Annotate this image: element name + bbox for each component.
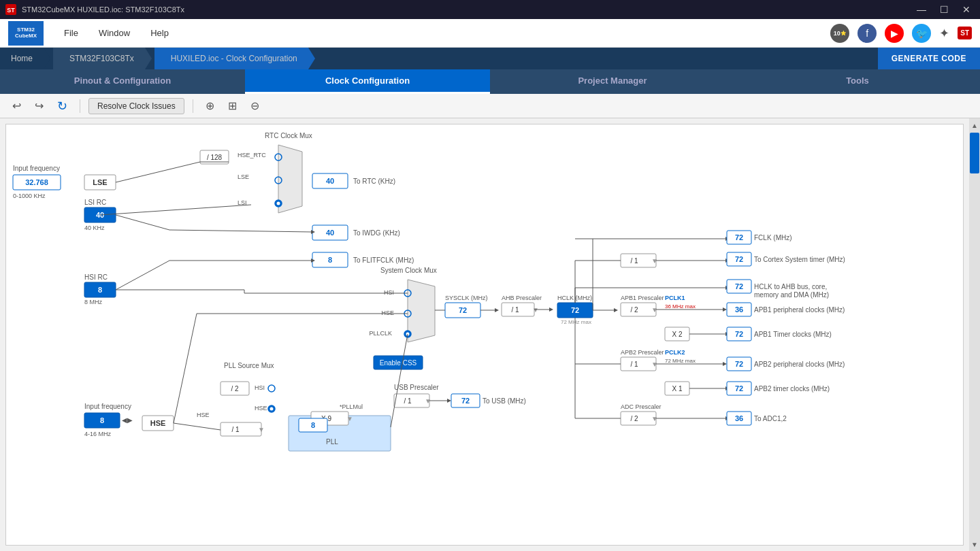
facebook-icon[interactable]: f — [858, 24, 877, 43]
svg-text:PCLK2: PCLK2 — [665, 349, 685, 356]
svg-text:X 1: X 1 — [672, 385, 682, 393]
zoom-out-button[interactable]: ⊖ — [246, 97, 263, 115]
svg-text:LSE: LSE — [93, 178, 107, 186]
tabbar: Pinout & Configuration Clock Configurati… — [0, 69, 980, 94]
resolve-clock-button[interactable]: Resolve Clock Issues — [88, 98, 184, 114]
menu-help[interactable]: Help — [150, 28, 169, 38]
svg-marker-47 — [549, 307, 553, 312]
breadcrumb-device[interactable]: STM32F103C8Tx — [53, 48, 145, 69]
svg-text:8: 8 — [98, 286, 102, 294]
svg-text:HSE: HSE — [150, 419, 166, 427]
toolbar-separator — [80, 99, 80, 113]
svg-text:To FLITFCLK (MHz): To FLITFCLK (MHz) — [353, 256, 414, 264]
svg-text:/ 128: / 128 — [207, 154, 223, 161]
twitter-icon[interactable]: 🐦 — [912, 24, 931, 43]
menu-window[interactable]: Window — [99, 28, 130, 38]
svg-text:72: 72 — [735, 282, 743, 290]
svg-text:/ 1: / 1 — [511, 306, 519, 314]
svg-text:To Cortex System timer (MHz): To Cortex System timer (MHz) — [754, 256, 845, 263]
scroll-thumb[interactable] — [970, 133, 979, 173]
svg-line-162 — [116, 162, 200, 182]
svg-text:HCLK to AHB bus, core,: HCLK to AHB bus, core, — [754, 283, 827, 290]
svg-text:72: 72 — [735, 384, 743, 393]
toolbar-separator2 — [193, 99, 193, 113]
input-freq-label1: Input frequency — [13, 165, 60, 172]
generate-code-button[interactable]: GENERATE CODE — [878, 48, 980, 69]
app-icon: ST — [5, 4, 16, 15]
scrollbar[interactable]: ▲ ▼ — [969, 118, 980, 551]
svg-text:/ 1: / 1 — [231, 426, 240, 433]
svg-text:PCLK1: PCLK1 — [665, 295, 685, 301]
menu-items: File Window Help — [64, 28, 830, 38]
tab-clock[interactable]: Clock Configuration — [245, 69, 490, 94]
svg-text:To IWDG (KHz): To IWDG (KHz) — [353, 229, 400, 237]
badge-icon: 10⭐ — [830, 24, 849, 43]
svg-text:8 MHz: 8 MHz — [84, 299, 103, 305]
svg-text:8: 8 — [100, 416, 104, 424]
svg-line-166 — [169, 230, 312, 232]
redo-button[interactable]: ↪ — [31, 97, 48, 115]
svg-text:APB2 Prescaler: APB2 Prescaler — [621, 349, 664, 356]
svg-text:ADC Prescaler: ADC Prescaler — [621, 403, 662, 410]
svg-text:40: 40 — [326, 229, 334, 237]
svg-text:72: 72 — [735, 330, 743, 338]
svg-text:APB2 timer clocks (MHz): APB2 timer clocks (MHz) — [754, 385, 830, 393]
tab-pinout[interactable]: Pinout & Configuration — [0, 69, 245, 94]
svg-text:LSI RC: LSI RC — [84, 199, 106, 206]
svg-marker-61 — [723, 307, 727, 312]
svg-text:PLLCLK: PLLCLK — [369, 330, 392, 337]
logo: STM32 CubeMX — [8, 21, 44, 46]
youtube-icon[interactable]: ▶ — [885, 24, 904, 43]
svg-text:APB1 Timer clocks (MHz): APB1 Timer clocks (MHz) — [754, 331, 832, 338]
close-button[interactable]: ✕ — [958, 4, 975, 15]
minimize-button[interactable]: — — [913, 4, 930, 15]
tab-project[interactable]: Project Manager — [490, 69, 735, 94]
breadcrumb-current[interactable]: HUXILED.ioc - Clock Configuration — [154, 48, 308, 69]
svg-line-165 — [116, 215, 169, 230]
svg-text:X 2: X 2 — [672, 331, 682, 338]
star-icon: ✦ — [939, 26, 949, 41]
svg-text:/ 2: / 2 — [630, 415, 638, 422]
fit-button[interactable]: ⊞ — [224, 97, 241, 115]
breadcrumb-home[interactable]: Home — [0, 48, 44, 69]
svg-text:72: 72 — [735, 360, 743, 368]
svg-text:8: 8 — [328, 256, 332, 264]
svg-text:HSI: HSI — [255, 384, 265, 391]
svg-text:72 MHz max: 72 MHz max — [665, 358, 696, 364]
zoom-in-button[interactable]: ⊕ — [201, 97, 218, 115]
svg-text:40: 40 — [326, 177, 334, 185]
svg-text:HSE: HSE — [255, 405, 267, 412]
svg-text:/ 2: / 2 — [630, 306, 638, 314]
svg-text:HSE_RTC: HSE_RTC — [238, 152, 266, 158]
svg-text:ST: ST — [7, 7, 15, 14]
maximize-button[interactable]: ☐ — [936, 4, 953, 15]
svg-text:HSE: HSE — [197, 412, 210, 418]
rtc-mux-label: RTC Clock Mux — [265, 132, 312, 139]
svg-text:◀▶: ◀▶ — [122, 416, 133, 424]
svg-text:AHB Prescaler: AHB Prescaler — [502, 295, 542, 301]
svg-text:USB Prescaler: USB Prescaler — [394, 384, 439, 391]
undo-button[interactable]: ↩ — [8, 97, 25, 115]
svg-text:72 MHz max: 72 MHz max — [561, 319, 591, 325]
svg-text:/ 1: / 1 — [630, 361, 638, 368]
svg-point-130 — [270, 407, 274, 411]
svg-marker-158 — [447, 399, 451, 403]
menu-file[interactable]: File — [64, 28, 78, 38]
breadcrumb: Home STM32F103C8Tx HUXILED.ioc - Clock C… — [0, 48, 980, 69]
svg-text:APB2 peripheral clocks (MHz): APB2 peripheral clocks (MHz) — [754, 361, 845, 368]
toolbar: ↩ ↪ ↻ Resolve Clock Issues ⊕ ⊞ ⊖ — [0, 94, 980, 118]
svg-point-128 — [268, 385, 275, 392]
svg-text:*PLLMul: *PLLMul — [340, 403, 363, 410]
window-title: STM32CubeMX HUXILED.ioc: STM32F103C8Tx — [22, 5, 913, 14]
svg-text:SYSCLK (MHz): SYSCLK (MHz) — [445, 295, 488, 301]
tab-tools[interactable]: Tools — [735, 69, 980, 94]
refresh-button[interactable]: ↻ — [53, 96, 71, 116]
svg-point-14 — [277, 202, 280, 205]
svg-text:PLL Source Mux: PLL Source Mux — [224, 362, 274, 369]
svg-text:LSE: LSE — [238, 173, 249, 180]
svg-text:memory and DMA (MHz): memory and DMA (MHz) — [754, 291, 829, 299]
svg-text:72: 72 — [461, 397, 470, 405]
svg-text:8: 8 — [311, 421, 315, 429]
svg-text:72: 72 — [735, 255, 743, 263]
svg-text:System Clock Mux: System Clock Mux — [380, 267, 437, 274]
